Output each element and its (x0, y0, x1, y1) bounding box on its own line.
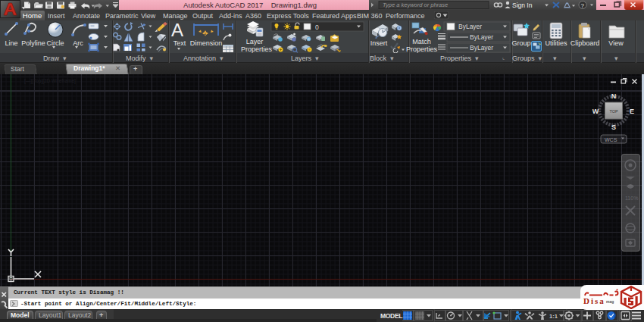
svg-text:S: S (611, 123, 616, 131)
svg-text:Sign In: Sign In (512, 2, 533, 9)
svg-text:TOP: TOP (609, 109, 618, 114)
svg-text:E: E (630, 108, 634, 115)
svg-text:N: N (611, 92, 617, 100)
svg-text:ByLayer: ByLayer (458, 23, 482, 30)
svg-text:Type a keyword or phrase: Type a keyword or phrase (383, 2, 448, 8)
svg-text:W: W (592, 108, 599, 115)
svg-text:ByLayer: ByLayer (470, 44, 493, 52)
svg-text:?: ? (581, 2, 585, 9)
svg-text:0: 0 (315, 23, 319, 31)
svg-text:mag: mag (606, 299, 614, 304)
svg-text:WCS: WCS (605, 137, 617, 142)
svg-text:ByLayer: ByLayer (470, 33, 493, 41)
svg-text:1:1: 1:1 (549, 313, 558, 320)
svg-text:Disa: Disa (583, 296, 605, 305)
svg-text:110%: 110% (625, 195, 638, 201)
